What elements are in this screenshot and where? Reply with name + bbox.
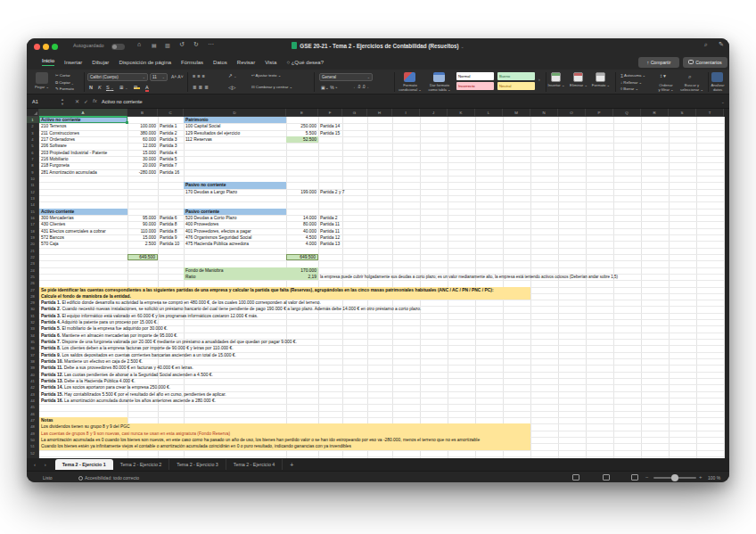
col-header-A[interactable]: A: [39, 109, 127, 117]
cell-A5[interactable]: 206 Software: [39, 143, 127, 149]
format-cells-icon[interactable]: [596, 72, 605, 82]
cell-E3[interactable]: 5.500: [286, 130, 318, 136]
col-header-B[interactable]: B: [127, 109, 158, 117]
row-header-33[interactable]: 33: [27, 325, 38, 332]
conditional-format-icon[interactable]: [404, 72, 415, 82]
cell-E22[interactable]: 649.500: [286, 254, 318, 260]
cell-E19[interactable]: 4.500: [286, 234, 318, 241]
cell-D11[interactable]: Pasivo no corriente: [184, 182, 286, 188]
ribbon-tab-vista[interactable]: Vista: [265, 60, 276, 65]
row-header-40[interactable]: 40: [27, 372, 38, 378]
select-all-corner[interactable]: [27, 109, 39, 117]
row-header-30[interactable]: 30: [27, 306, 38, 312]
row-header-12[interactable]: 12: [27, 189, 38, 195]
insert-cells-icon[interactable]: [551, 72, 561, 82]
sheet-tab-tema-2-ejercicio-4[interactable]: Tema 2 - Ejercicio 4: [226, 459, 284, 470]
cell-C7[interactable]: Partida 5: [158, 156, 184, 162]
cell-D4[interactable]: 112 Reservas: [184, 136, 286, 143]
cell-C2[interactable]: Partida 1: [158, 123, 184, 129]
cell-D20[interactable]: 475 Hacienda Pública acreedora: [184, 241, 286, 247]
cell-A17[interactable]: 430 Clientes: [39, 221, 127, 227]
cut-button[interactable]: ✂ Cortar: [55, 73, 70, 78]
find-select-label[interactable]: Buscar yseleccionar ⌄: [678, 84, 706, 93]
cell-D3[interactable]: 129 Resultados del ejercicio: [184, 130, 286, 136]
cell-C18[interactable]: Partida 8: [158, 228, 184, 234]
col-header-G[interactable]: G: [342, 109, 367, 117]
row-header-25[interactable]: 25: [27, 274, 38, 280]
copy-button[interactable]: ⧉ Copiar ⌄: [55, 80, 73, 85]
format-table-icon[interactable]: [433, 72, 445, 82]
cell-F16[interactable]: Partida 2: [318, 215, 342, 221]
sort-filter-icon[interactable]: ↕▼: [660, 73, 667, 78]
cell-A38[interactable]: Partida 10. Mantiene un efectivo en caja…: [39, 358, 485, 365]
enter-icon[interactable]: ✓: [84, 98, 88, 104]
cell-F17[interactable]: Partida 11: [318, 221, 342, 227]
styles-scroll-arrow[interactable]: ›: [538, 77, 540, 82]
cell-F3[interactable]: Partida 15: [318, 130, 342, 136]
cell-A19[interactable]: 572 Bancos: [39, 234, 127, 241]
underline-button[interactable]: S ⌄: [106, 85, 113, 90]
cell-style-bueno[interactable]: Bueno: [497, 72, 535, 80]
cell-F19[interactable]: Partida 12: [318, 234, 342, 241]
row-header-15[interactable]: 15: [27, 209, 38, 215]
row-header-45[interactable]: 45: [27, 404, 38, 410]
comments-button[interactable]: Comentarios: [683, 57, 727, 68]
delete-cells-icon[interactable]: [573, 72, 583, 82]
col-header-O[interactable]: O: [558, 109, 586, 117]
cell-styles-gallery[interactable]: NormalBuenoIncorrectoNeutral: [456, 72, 537, 91]
share-button[interactable]: ↑ Compartir: [638, 57, 679, 68]
cell-A35[interactable]: Partida 7. Dispone de una furgoneta valo…: [39, 339, 485, 345]
pencil-icon[interactable]: ✎: [719, 41, 724, 48]
font-name-select[interactable]: Calibri (Cuerpo)⌄: [87, 73, 148, 81]
cell-B4[interactable]: 60.000: [127, 136, 158, 143]
formula-content[interactable]: Activo no corriente: [102, 94, 143, 109]
clear-button[interactable]: ◊ Borrar ⌄: [620, 86, 638, 91]
zoom-slider-knob[interactable]: [671, 474, 678, 481]
cell-A3[interactable]: 211 Construcciones: [39, 130, 127, 136]
cell-B9[interactable]: -280.000: [127, 169, 158, 176]
cell-A47[interactable]: Notas: [39, 417, 127, 423]
sheet-tab-tema-2-ejercicio-2[interactable]: Tema 2 - Ejercicio 2: [113, 459, 170, 470]
cell-A30[interactable]: Partida 2. Cuando necesitó nuevas instal…: [39, 306, 485, 312]
cell-F25[interactable]: la empresa puede cubrir holgadamente sus…: [318, 274, 729, 280]
cell-C17[interactable]: Partida 8: [158, 221, 184, 227]
row-header-34[interactable]: 34: [27, 333, 38, 339]
cell-B16[interactable]: 95.000: [127, 215, 158, 221]
cell-A27[interactable]: Se pide identificar las cuentas correspo…: [39, 287, 485, 293]
fill-button[interactable]: ↓ Rellenar ⌄: [620, 80, 642, 85]
cell-style-normal[interactable]: Normal: [456, 72, 494, 80]
number-format-select[interactable]: General⌄: [319, 73, 373, 81]
row-header-2[interactable]: 2: [27, 123, 38, 129]
cell-A6[interactable]: 203 Propiedad Industrial - Patente: [39, 150, 127, 156]
cell-D17[interactable]: 400 Proveedores: [184, 221, 286, 227]
cell-D19[interactable]: 476 Organismos Seguridad Social: [184, 234, 286, 241]
row-header-11[interactable]: 11: [27, 182, 38, 188]
col-header-I[interactable]: I: [392, 109, 420, 117]
cell-A51[interactable]: Cuando los bienes estén ya infinitamente…: [39, 443, 485, 449]
row-header-37[interactable]: 37: [27, 352, 38, 358]
cell-A50[interactable]: La amortización acumulada es 0 cuando lo…: [39, 437, 485, 443]
cell-A34[interactable]: Partida 6. Mantiene en almacén mercaderí…: [39, 333, 485, 339]
col-header-D[interactable]: D: [184, 109, 286, 117]
row-header-50[interactable]: 50: [27, 437, 38, 443]
currency-percent-buttons[interactable]: ▣⌄ % ⁹: [321, 85, 337, 90]
conditional-format-label[interactable]: Formatocondicional ⌄: [395, 84, 425, 93]
cell-D15[interactable]: Pasivo corriente: [184, 209, 286, 215]
row-header-52[interactable]: 52: [27, 450, 38, 456]
row-header-6[interactable]: 6: [27, 150, 38, 156]
cell-F20[interactable]: Partida 13: [318, 241, 342, 247]
row-header-1[interactable]: 1: [27, 117, 38, 123]
cell-C3[interactable]: Partida 2: [158, 130, 184, 136]
cell-A4[interactable]: 217 Ordenadores: [39, 136, 127, 143]
ribbon-tab-revisar[interactable]: Revisar: [237, 60, 255, 65]
autosum-button[interactable]: ∑ Autosuma ⌄: [620, 73, 645, 78]
decimal-buttons[interactable]: ←.0 .0→: [353, 85, 369, 89]
row-header-51[interactable]: 51: [27, 443, 38, 449]
cell-A32[interactable]: Partida 4. Adquirió la patente para un p…: [39, 319, 485, 325]
row-header-21[interactable]: 21: [27, 248, 38, 254]
zoom-in-icon[interactable]: +: [699, 474, 703, 480]
cell-A42[interactable]: Partida 14. Los socios aportaron para cr…: [39, 384, 485, 390]
row-header-41[interactable]: 41: [27, 378, 38, 384]
col-header-E[interactable]: E: [286, 109, 318, 117]
cell-E16[interactable]: 14.000: [286, 215, 318, 221]
